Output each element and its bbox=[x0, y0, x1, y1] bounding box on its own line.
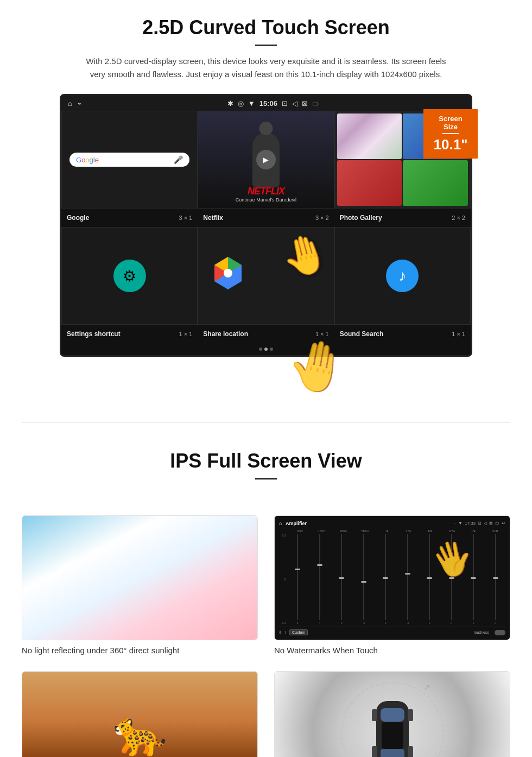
eq-val-9: 0 bbox=[473, 621, 474, 624]
device-screen: ⌂ ⌁ ✱ ◎ ▼ 15:06 ⊡ ◁ ⊠ ▭ bbox=[60, 94, 472, 357]
amp-title: Amplifier bbox=[286, 521, 307, 526]
netflix-subtitle: Continue Marvel's Daredevil bbox=[204, 197, 328, 203]
dot-2 bbox=[264, 348, 268, 351]
amp-dots-icon: ··· bbox=[452, 521, 456, 526]
mic-icon: 🎤 bbox=[174, 155, 183, 164]
sound-app-size: 1 × 1 bbox=[452, 331, 465, 337]
eq-val-7: 0 bbox=[429, 621, 430, 624]
music-note-icon: ♪ bbox=[386, 260, 419, 292]
viewing-angle-circle bbox=[341, 682, 444, 757]
feature-cheetah: 🐆 Super Fast Response bbox=[22, 671, 258, 757]
feature-sunlight-caption: No light reflecting under 360° direct su… bbox=[22, 646, 258, 655]
eq-label-neg10: -10 bbox=[279, 621, 286, 624]
section-ips: IPS Full Screen View bbox=[0, 444, 532, 504]
section2-title: IPS Full Screen View bbox=[33, 450, 499, 472]
eq-bars-area: 10 0 -10 3 bbox=[279, 534, 505, 624]
screen-icon: ⊠ bbox=[302, 99, 308, 108]
netflix-app-cell[interactable]: ▶ NETFLIX Continue Marvel's Daredevil bbox=[198, 111, 334, 209]
eq-val-6: -3 bbox=[407, 621, 409, 624]
eq-track-1 bbox=[297, 534, 298, 620]
eq-sliders-container: 3 4 bbox=[288, 534, 505, 624]
play-button[interactable]: ▶ bbox=[256, 150, 276, 169]
status-time: 15:06 bbox=[259, 99, 277, 108]
sound-app-name: Sound Search bbox=[340, 330, 384, 338]
eq-val-4: -3 bbox=[363, 621, 365, 624]
share-app-name: Share location bbox=[203, 330, 248, 338]
eq-handle-10 bbox=[493, 577, 498, 579]
cheetah-visual: 🐆 bbox=[22, 672, 257, 757]
sound-search-cell[interactable]: ♪ bbox=[334, 227, 471, 325]
google-app-cell[interactable]: Google 🎤 bbox=[61, 111, 198, 209]
amp-wifi-icon: ▼ bbox=[458, 521, 463, 526]
feature-watermark-image: ⌂ Amplifier ··· ▼ 17:33 ⊡ ◁ ⊠ ▭ ↩ bbox=[274, 515, 510, 640]
google-app-name: Google bbox=[67, 214, 89, 222]
screen-size-badge: Screen Size 10.1" bbox=[423, 109, 478, 159]
gallery-thumb-4 bbox=[403, 160, 468, 206]
netflix-app-size: 3 × 2 bbox=[315, 215, 329, 221]
google-search-bar[interactable]: Google 🎤 bbox=[69, 153, 189, 167]
amp-vol-icon: ◁ bbox=[484, 521, 487, 526]
eq-track-10 bbox=[495, 534, 496, 620]
status-bar-left: ⌂ ⌁ bbox=[68, 99, 82, 108]
netflix-logo: NETFLIX bbox=[204, 186, 328, 197]
netflix-app-name: Netflix bbox=[203, 214, 223, 222]
dot-1 bbox=[259, 348, 262, 351]
app-grid-row2: ⚙ 🤚 bbox=[61, 227, 471, 325]
eq-slider-1: 3 bbox=[288, 534, 308, 624]
eq-slider-4: -3 bbox=[354, 534, 374, 624]
settings-app-cell[interactable]: ⚙ bbox=[61, 227, 198, 325]
feature-watermark-caption: No Watermarks When Touch bbox=[274, 646, 510, 655]
eq-handle-1 bbox=[295, 569, 300, 570]
feature-car: ↗ bbox=[274, 671, 510, 757]
eq-labels-row: 60hz 100hz 200hz 500hz 1k 2.5k 10k 12.5k… bbox=[279, 529, 505, 533]
gallery-label-cell: Photo Gallery 2 × 2 bbox=[334, 212, 471, 224]
amp-loudness-label: loudness bbox=[474, 630, 489, 634]
eq-track-6 bbox=[407, 534, 408, 620]
section1-title: 2.5D Curved Touch Screen bbox=[33, 16, 499, 39]
google-label-cell: Google 3 × 1 bbox=[61, 212, 198, 224]
feature-cheetah-image: 🐆 bbox=[22, 671, 258, 757]
amp-loudness-toggle[interactable] bbox=[495, 630, 505, 635]
eq-label-sub: SUB bbox=[485, 529, 505, 533]
eq-handle-6 bbox=[405, 573, 410, 575]
share-location-cell[interactable]: 🤚 bbox=[198, 227, 334, 325]
amplifier-screen: ⌂ Amplifier ··· ▼ 17:33 ⊡ ◁ ⊠ ▭ ↩ bbox=[275, 516, 510, 640]
eq-slider-6: -3 bbox=[398, 534, 418, 624]
angle-arrow: ↗ bbox=[423, 682, 430, 692]
eq-val-10: 0 bbox=[495, 621, 496, 624]
settings-icon: ⚙ bbox=[113, 260, 146, 292]
status-bar-center: ✱ ◎ ▼ 15:06 ⊡ ◁ ⊠ ▭ bbox=[82, 99, 464, 108]
amp-bottom-bar: ⟪ ⟩ Custom loudness bbox=[279, 627, 505, 635]
amp-header-right: ··· ▼ 17:33 ⊡ ◁ ⊠ ▭ ↩ bbox=[452, 521, 505, 526]
location-icon: ◎ bbox=[238, 99, 244, 108]
amp-cam-icon: ⊡ bbox=[478, 521, 482, 526]
eq-slider-5: 0 bbox=[376, 534, 396, 624]
volume-icon: ◁ bbox=[292, 99, 297, 108]
eq-val-1: 3 bbox=[297, 621, 299, 624]
amp-preset-button[interactable]: Custom bbox=[289, 629, 308, 635]
cheetah-emoji: 🐆 bbox=[113, 708, 167, 757]
sound-label-cell: Sound Search 1 × 1 bbox=[334, 328, 471, 340]
gallery-thumb-1 bbox=[337, 113, 402, 159]
feature-sunlight: No light reflecting under 360° direct su… bbox=[22, 515, 258, 655]
app-label-row1: Google 3 × 1 Netflix 3 × 2 Photo Gallery… bbox=[61, 209, 471, 227]
amp-time: 17:33 bbox=[465, 521, 476, 526]
amp-header-left: ⌂ Amplifier bbox=[279, 520, 307, 526]
eq-label-500hz: 500hz bbox=[355, 529, 376, 533]
feature-watermark: ⌂ Amplifier ··· ▼ 17:33 ⊡ ◁ ⊠ ▭ ↩ bbox=[274, 515, 510, 655]
google-logo: Google bbox=[76, 156, 99, 164]
eq-val-2: 4 bbox=[319, 621, 320, 624]
eq-label-1k: 1k bbox=[377, 529, 397, 533]
eq-track-2 bbox=[319, 534, 320, 620]
gallery-app-size: 2 × 2 bbox=[452, 215, 465, 221]
svg-point-4 bbox=[224, 269, 232, 277]
amp-header: ⌂ Amplifier ··· ▼ 17:33 ⊡ ◁ ⊠ ▭ ↩ bbox=[279, 520, 505, 526]
app-grid-row1: Google 🎤 ▶ NETFLIX Continue bbox=[61, 111, 471, 209]
settings-app-name: Settings shortcut bbox=[67, 330, 121, 338]
eq-track-3 bbox=[341, 534, 342, 620]
feature-grid: No light reflecting under 360° direct su… bbox=[0, 504, 532, 757]
settings-label-cell: Settings shortcut 1 × 1 bbox=[61, 328, 198, 340]
netflix-label-cell: Netflix 3 × 2 bbox=[198, 212, 334, 224]
netflix-overlay: NETFLIX Continue Marvel's Daredevil bbox=[204, 186, 328, 203]
camera-icon: ⊡ bbox=[282, 99, 288, 108]
